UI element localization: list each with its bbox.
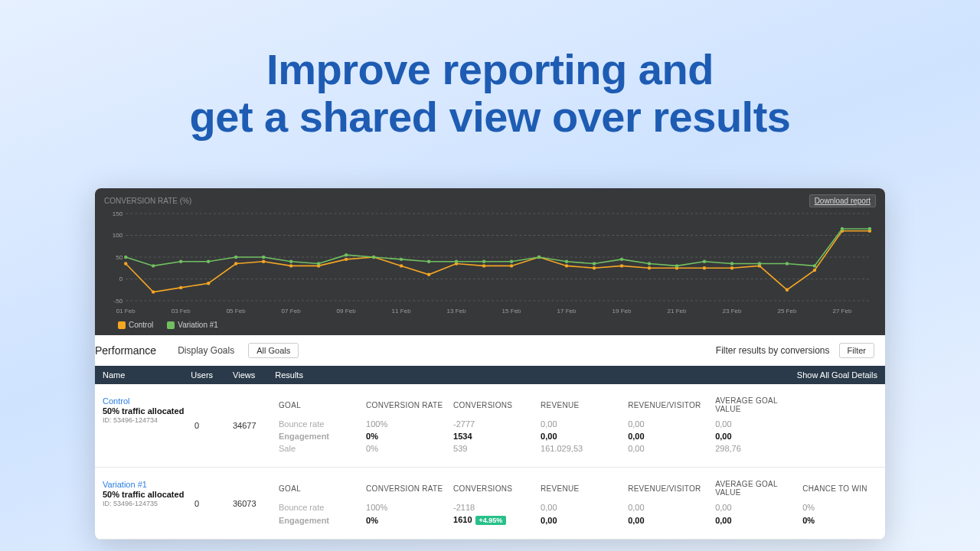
- views-value: 34677: [233, 396, 279, 455]
- chart-title: CONVERSION RATE (%): [104, 197, 191, 205]
- hero-banner: Improve reporting and get a shared view …: [0, 0, 980, 171]
- svg-point-75: [758, 262, 761, 265]
- svg-point-60: [345, 253, 348, 256]
- hero-headline: Improve reporting and get a shared view …: [0, 46, 980, 140]
- filter-button[interactable]: Filter: [839, 343, 874, 358]
- svg-point-46: [730, 266, 733, 269]
- svg-point-59: [317, 262, 320, 265]
- svg-point-25: [152, 290, 155, 293]
- results-header-strip: Name Users Views Results Show All Goal D…: [95, 366, 885, 384]
- all-goals-chip[interactable]: All Goals: [248, 343, 299, 358]
- filter-by-label: Filter results by conversions: [716, 345, 830, 356]
- svg-point-58: [289, 260, 292, 263]
- views-value: 36073: [233, 480, 279, 527]
- svg-point-35: [427, 273, 430, 276]
- svg-point-55: [207, 260, 210, 263]
- svg-point-79: [868, 227, 871, 230]
- col-results: Results: [275, 370, 303, 380]
- show-all-goal-details-button[interactable]: Show All Goal Details: [797, 370, 877, 380]
- results-rows: Control50% traffic allocatedID: 53496-12…: [95, 384, 885, 540]
- variation-id: ID: 53496-124734: [103, 416, 194, 424]
- col-views: Views: [233, 370, 255, 380]
- svg-point-69: [593, 262, 596, 265]
- svg-point-67: [537, 256, 541, 259]
- svg-point-71: [648, 262, 651, 265]
- square-icon: [118, 321, 126, 329]
- svg-point-53: [152, 264, 155, 267]
- svg-text:25 Feb: 25 Feb: [777, 308, 797, 315]
- svg-text:15 Feb: 15 Feb: [502, 308, 522, 315]
- svg-text:27 Feb: 27 Feb: [832, 308, 852, 315]
- svg-point-41: [593, 266, 596, 269]
- svg-point-65: [482, 260, 485, 263]
- svg-point-43: [648, 266, 651, 269]
- svg-point-66: [510, 260, 513, 263]
- variation-name[interactable]: Variation #1: [103, 480, 194, 489]
- svg-text:50: 50: [116, 254, 122, 261]
- col-users: Users: [191, 370, 213, 380]
- metrics-table: GOAL CONVERSION RATE CONVERSIONS REVENUE…: [279, 396, 877, 455]
- svg-point-72: [675, 264, 678, 267]
- svg-point-54: [179, 260, 182, 263]
- svg-text:0: 0: [119, 276, 123, 283]
- svg-point-70: [620, 258, 623, 261]
- svg-point-63: [427, 260, 430, 263]
- svg-point-62: [400, 258, 403, 261]
- hero-line2: get a shared view over results: [190, 93, 791, 141]
- svg-point-26: [179, 286, 182, 289]
- svg-point-56: [234, 256, 237, 259]
- square-icon: [167, 321, 175, 329]
- traffic-allocation: 50% traffic allocated: [103, 406, 194, 416]
- traffic-allocation: 50% traffic allocated: [103, 490, 194, 499]
- svg-text:23 Feb: 23 Feb: [722, 308, 742, 315]
- chart-panel: CONVERSION RATE (%) Download report -500…: [95, 188, 885, 335]
- svg-point-52: [124, 256, 127, 259]
- svg-point-64: [455, 260, 458, 263]
- table-row: Variation #150% traffic allocatedID: 534…: [95, 468, 885, 540]
- svg-text:13 Feb: 13 Feb: [447, 308, 467, 315]
- legend-control: Control: [118, 321, 153, 329]
- svg-point-73: [703, 260, 706, 263]
- svg-point-48: [786, 289, 789, 292]
- performance-title: Performance: [95, 344, 156, 357]
- table-row: Control50% traffic allocatedID: 53496-12…: [95, 384, 885, 468]
- chart-area: -5005010015001 Feb03 Feb05 Feb07 Feb09 F…: [104, 210, 876, 318]
- uplift-badge: +4.95%: [475, 516, 507, 525]
- svg-point-68: [565, 260, 568, 263]
- svg-text:09 Feb: 09 Feb: [337, 308, 357, 315]
- svg-point-57: [262, 256, 265, 259]
- svg-point-49: [813, 269, 816, 272]
- svg-text:150: 150: [113, 210, 123, 217]
- svg-point-76: [786, 262, 789, 265]
- col-name: Name: [103, 370, 125, 380]
- metrics-table: GOAL CONVERSION RATE CONVERSIONS REVENUE…: [279, 480, 877, 527]
- svg-point-24: [124, 262, 127, 265]
- svg-point-28: [234, 262, 237, 265]
- legend-variation: Variation #1: [167, 321, 218, 329]
- svg-point-42: [620, 264, 623, 267]
- svg-point-61: [372, 256, 375, 259]
- svg-point-78: [841, 227, 844, 230]
- svg-text:100: 100: [113, 233, 123, 240]
- svg-point-30: [289, 264, 292, 267]
- display-goals-button[interactable]: Display Goals: [178, 345, 234, 356]
- users-value: 0: [194, 396, 233, 455]
- svg-text:19 Feb: 19 Feb: [612, 308, 632, 315]
- variation-id: ID: 53496-124735: [103, 500, 194, 507]
- svg-point-27: [207, 282, 210, 285]
- svg-point-77: [813, 264, 816, 267]
- svg-point-32: [345, 258, 348, 261]
- svg-point-37: [482, 264, 485, 267]
- users-value: 0: [194, 480, 233, 527]
- svg-text:03 Feb: 03 Feb: [172, 308, 191, 315]
- svg-text:05 Feb: 05 Feb: [227, 308, 247, 315]
- svg-text:01 Feb: 01 Feb: [116, 308, 136, 315]
- svg-point-45: [703, 266, 706, 269]
- performance-bar: Performance Display Goals All Goals Filt…: [95, 335, 885, 366]
- svg-text:-50: -50: [114, 298, 123, 305]
- variation-name[interactable]: Control: [103, 396, 194, 406]
- svg-text:11 Feb: 11 Feb: [392, 308, 412, 315]
- svg-text:17 Feb: 17 Feb: [557, 308, 577, 315]
- svg-point-29: [262, 260, 265, 263]
- download-report-button[interactable]: Download report: [809, 194, 876, 207]
